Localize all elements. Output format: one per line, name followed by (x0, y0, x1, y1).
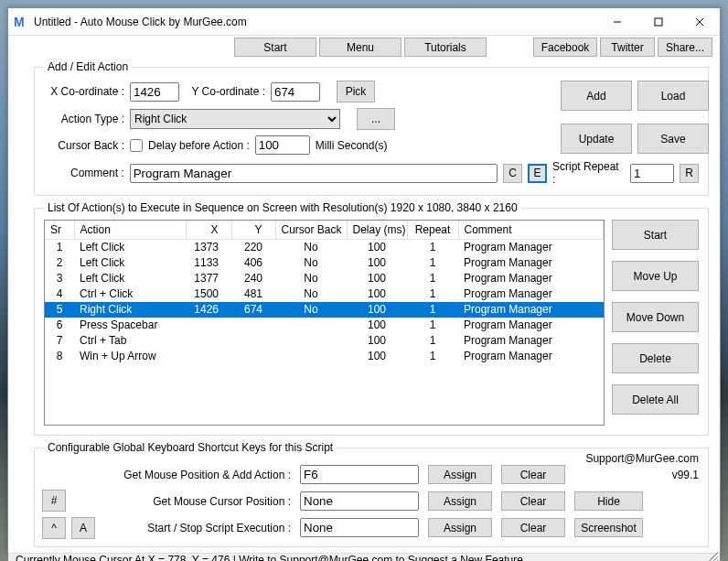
move-up-button[interactable]: Move Up (612, 261, 699, 291)
app-icon: M (14, 15, 28, 29)
shortcuts-legend: Configurable Global Keyboard Shortcut Ke… (44, 441, 337, 454)
pick-button[interactable]: Pick (337, 81, 375, 102)
support-link[interactable]: Support@MurGee.com (585, 452, 699, 465)
facebook-button[interactable]: Facebook (533, 38, 597, 57)
shortcut-label-0: Get Mouse Position & Add Action : (44, 469, 291, 481)
app-window: M Untitled - Auto Mouse Click by MurGee.… (7, 7, 721, 554)
c-button[interactable]: C (503, 164, 522, 183)
table-row[interactable]: 4Ctrl + Click1500481No1001Program Manage… (45, 286, 604, 302)
e-button[interactable]: E (528, 164, 547, 183)
a-button[interactable]: A (71, 517, 95, 539)
col-action[interactable]: Action (74, 221, 186, 240)
screenshot-button[interactable]: Screenshot (574, 518, 643, 537)
shortcuts-fieldset: Configurable Global Keyboard Shortcut Ke… (34, 441, 709, 547)
action-type-label: Action Type : (44, 113, 124, 125)
load-button[interactable]: Load (637, 81, 709, 111)
table-row[interactable]: 5Right Click1426674No1001Program Manager (45, 302, 604, 318)
col-sr[interactable]: Sr (45, 221, 74, 240)
resize-grip-icon[interactable] (705, 552, 718, 561)
side-buttons: Add Load Update Save (561, 81, 709, 167)
table-row[interactable]: 7Ctrl + Tab1001Program Manager (45, 333, 604, 349)
delay-input[interactable] (255, 135, 310, 155)
action-type-more-button[interactable]: ... (357, 108, 395, 130)
list-buttons: Start Move Up Move Down Delete Delete Al… (612, 220, 699, 426)
menu-button[interactable]: Menu (319, 38, 401, 57)
svg-rect-1 (655, 18, 662, 26)
update-button[interactable]: Update (561, 124, 632, 154)
comment-input[interactable] (130, 164, 498, 183)
y-coord-label: Y Co-ordinate : (185, 85, 265, 98)
action-list-legend: List Of Action(s) to Execute in Sequence… (44, 201, 521, 214)
clear-button-0[interactable]: Clear (501, 465, 565, 484)
shortcut-label-1: Get Mouse Cursor Position : (44, 495, 291, 508)
assign-button-2[interactable]: Assign (428, 518, 492, 537)
table-row[interactable]: 8Win + Up Arrow1001Program Manager (45, 349, 604, 364)
col-x[interactable]: X (186, 221, 231, 240)
hide-button[interactable]: Hide (574, 491, 643, 511)
start-top-button[interactable]: Start (234, 38, 316, 57)
share-button[interactable]: Share... (658, 38, 712, 57)
status-text: Currently Mouse Cursor At X = 778, Y = 4… (16, 554, 523, 561)
comment-label: Comment : (44, 167, 124, 179)
table-row[interactable]: 2Left Click1133406No1001Program Manager (45, 255, 604, 271)
minimize-button[interactable] (596, 8, 637, 35)
action-table[interactable]: Sr Action X Y Cursor Back Delay (ms) Rep… (44, 220, 605, 426)
table-row[interactable]: 3Left Click1377240No1001Program Manager (45, 271, 604, 286)
col-repeat[interactable]: Repeat (407, 221, 458, 240)
table-row[interactable]: 6Press Spacebar1001Program Manager (45, 318, 604, 333)
add-button[interactable]: Add (561, 81, 632, 111)
col-y[interactable]: Y (231, 221, 275, 240)
col-cursor-back[interactable]: Cursor Back (275, 221, 347, 240)
action-list-fieldset: List Of Action(s) to Execute in Sequence… (34, 201, 709, 436)
maximize-button[interactable] (637, 8, 679, 35)
delete-all-button[interactable]: Delete All (612, 384, 699, 415)
x-coord-input[interactable] (130, 82, 179, 102)
add-edit-fieldset: Add / Edit Action Add Load Update Save X… (34, 60, 709, 196)
clear-button-2[interactable]: Clear (501, 518, 565, 537)
window-title: Untitled - Auto Mouse Click by MurGee.co… (34, 16, 596, 28)
twitter-button[interactable]: Twitter (600, 38, 655, 57)
move-down-button[interactable]: Move Down (612, 302, 699, 332)
table-row[interactable]: 1Left Click1373220No1001Program Manager (45, 240, 604, 255)
delay-label: Delay before Action : (148, 139, 250, 152)
shortcut-input-0[interactable] (300, 465, 419, 484)
cursor-back-checkbox[interactable] (130, 139, 143, 152)
col-delay[interactable]: Delay (ms) (347, 221, 407, 240)
tutorials-button[interactable]: Tutorials (404, 38, 487, 57)
version-label: v99.1 (574, 469, 699, 481)
y-coord-input[interactable] (271, 82, 320, 102)
assign-button-0[interactable]: Assign (428, 465, 492, 484)
list-start-button[interactable]: Start (612, 220, 699, 250)
top-toolbar: Start Menu Tutorials Facebook Twitter Sh… (8, 36, 720, 57)
cursor-back-label: Cursor Back : (44, 139, 124, 152)
shortcut-input-1[interactable] (300, 491, 419, 511)
close-button[interactable] (679, 8, 720, 35)
clear-button-1[interactable]: Clear (501, 491, 565, 511)
assign-button-1[interactable]: Assign (428, 491, 492, 511)
status-bar: Currently Mouse Cursor At X = 778, Y = 4… (8, 553, 720, 561)
delete-button[interactable]: Delete (612, 343, 699, 373)
col-comment[interactable]: Comment (458, 221, 604, 240)
delay-units: Milli Second(s) (316, 139, 388, 152)
add-edit-legend: Add / Edit Action (44, 60, 132, 73)
shortcut-input-2[interactable] (300, 518, 419, 537)
save-button[interactable]: Save (637, 124, 709, 154)
x-coord-label: X Co-ordinate : (44, 85, 124, 98)
hash-button[interactable]: # (42, 490, 66, 512)
titlebar: M Untitled - Auto Mouse Click by MurGee.… (8, 8, 720, 36)
caret-button[interactable]: ^ (42, 517, 66, 539)
action-type-select[interactable]: Right Click (130, 109, 340, 129)
